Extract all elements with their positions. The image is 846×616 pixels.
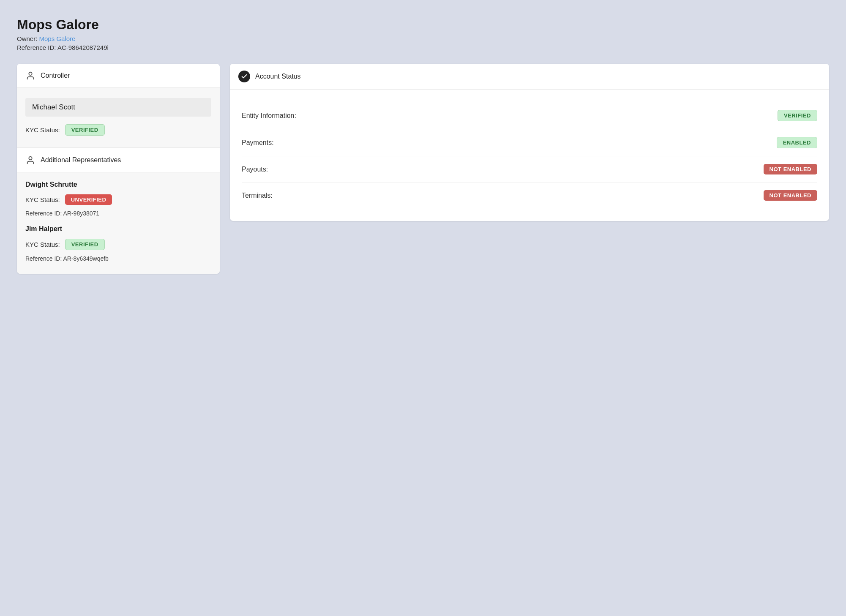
controller-title: Controller — [41, 72, 70, 79]
svg-point-0 — [29, 72, 32, 75]
left-panel: Controller Michael Scott KYC Status: VER… — [17, 64, 220, 274]
jim-kyc-row: KYC Status: VERIFIED — [25, 237, 211, 252]
controller-kyc-label: KYC Status: — [25, 126, 60, 134]
reps-content: Dwight Schrutte KYC Status: UNVERIFIED R… — [17, 172, 220, 274]
owner-line: Owner: Mops Galore — [17, 35, 829, 42]
reference-id: AC-98642087249i — [57, 44, 109, 51]
payments-status-badge: ENABLED — [777, 137, 817, 148]
jim-kyc-badge: VERIFIED — [65, 239, 105, 250]
reference-label: Reference ID: — [17, 44, 56, 51]
controller-section-header: Controller — [17, 64, 220, 88]
rep-block-dwight: Dwight Schrutte KYC Status: UNVERIFIED R… — [25, 181, 211, 217]
payouts-status-badge: NOT ENABLED — [764, 164, 817, 174]
page-title: Mops Galore — [17, 17, 829, 33]
owner-link[interactable]: Mops Galore — [39, 35, 76, 42]
status-row-payments: Payments: ENABLED — [242, 129, 817, 156]
terminals-status-badge: NOT ENABLED — [764, 190, 817, 201]
payouts-label: Payouts: — [242, 166, 268, 173]
status-row-entity: Entity Information: VERIFIED — [242, 102, 817, 129]
account-status-title: Account Status — [255, 73, 301, 80]
page-header: Mops Galore Owner: Mops Galore Reference… — [17, 17, 829, 51]
dwight-kyc-label: KYC Status: — [25, 196, 60, 203]
main-content: Controller Michael Scott KYC Status: VER… — [17, 64, 829, 274]
dwight-kyc-badge: UNVERIFIED — [65, 194, 112, 205]
entity-status-badge: VERIFIED — [778, 110, 817, 121]
controller-content: Michael Scott KYC Status: VERIFIED — [17, 88, 220, 148]
jim-kyc-label: KYC Status: — [25, 241, 60, 248]
status-row-payouts: Payouts: NOT ENABLED — [242, 156, 817, 183]
payments-label: Payments: — [242, 139, 274, 147]
person-icon — [25, 71, 35, 81]
rep-name-dwight: Dwight Schrutte — [25, 181, 211, 188]
additional-reps-header: Additional Representatives — [17, 148, 220, 172]
rep-name-jim: Jim Halpert — [25, 225, 211, 233]
account-status-header: Account Status — [230, 64, 829, 90]
status-row-terminals: Terminals: NOT ENABLED — [242, 183, 817, 208]
controller-kyc-badge: VERIFIED — [65, 124, 105, 136]
controller-kyc-row: KYC Status: VERIFIED — [25, 123, 211, 137]
entity-label: Entity Information: — [242, 112, 296, 120]
jim-ref: Reference ID: AR-8y6349wqefb — [25, 255, 211, 262]
svg-point-1 — [29, 157, 32, 160]
person-icon-reps — [25, 155, 35, 165]
dwight-ref: Reference ID: AR-98y38071 — [25, 210, 211, 217]
reference-line: Reference ID: AC-98642087249i — [17, 44, 829, 51]
account-status-card: Account Status Entity Information: VERIF… — [230, 64, 829, 221]
additional-reps-title: Additional Representatives — [41, 156, 121, 164]
terminals-label: Terminals: — [242, 192, 273, 199]
dwight-kyc-row: KYC Status: UNVERIFIED — [25, 193, 211, 207]
left-card: Controller Michael Scott KYC Status: VER… — [17, 64, 220, 274]
right-panel: Account Status Entity Information: VERIF… — [230, 64, 829, 221]
owner-label: Owner: — [17, 35, 37, 42]
controller-name: Michael Scott — [25, 98, 211, 117]
account-status-content: Entity Information: VERIFIED Payments: E… — [230, 90, 829, 221]
rep-block-jim: Jim Halpert KYC Status: VERIFIED Referen… — [25, 225, 211, 262]
check-circle-icon — [238, 71, 250, 82]
